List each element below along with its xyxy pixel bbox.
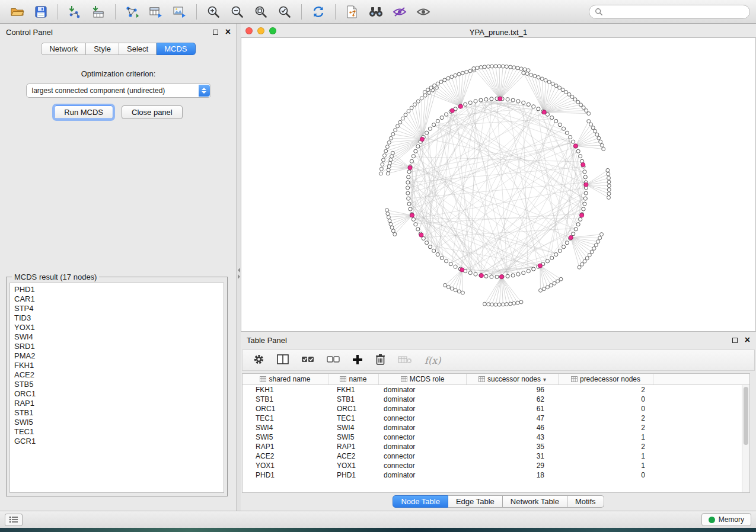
delete-table-button[interactable] (398, 355, 412, 366)
zoom-fit-button[interactable] (250, 3, 272, 21)
column-header-shared-name[interactable]: shared name (243, 374, 328, 384)
table-row[interactable]: STB1STB1dominator620 (243, 395, 749, 404)
tab-network[interactable]: Network (41, 43, 86, 55)
new-network-button[interactable] (121, 3, 143, 21)
table-row[interactable]: ACE2ACE2connector311 (243, 451, 749, 461)
image-export-icon (173, 5, 187, 18)
table-tab-motifs[interactable]: Motifs (567, 495, 604, 508)
show-columns-button[interactable] (277, 354, 289, 366)
column-header-predecessor-nodes[interactable]: predecessor nodes (559, 374, 653, 384)
close-panel-icon[interactable]: × (225, 29, 231, 35)
table-scrollbar[interactable] (742, 385, 749, 492)
import-network-button[interactable] (63, 3, 86, 21)
search-input[interactable] (607, 7, 744, 17)
mcds-result-list[interactable]: PHD1CAR1STP4TID3YOX1SWI4SRD1PMA2FKH1ACE2… (9, 283, 224, 493)
refresh-layout-button[interactable] (307, 3, 330, 21)
save-icon (35, 6, 47, 18)
tab-select[interactable]: Select (119, 43, 157, 55)
column-header-name[interactable]: name (328, 374, 379, 384)
control-panel-title: Control Panel (6, 28, 53, 37)
hide-selected-button[interactable] (388, 3, 411, 21)
mcds-node-item[interactable]: CAR1 (14, 294, 224, 304)
table-row[interactable]: TEC1TEC1connector472 (243, 414, 749, 423)
add-column-button[interactable] (352, 354, 363, 367)
zoom-in-button[interactable] (202, 3, 225, 21)
task-history-button[interactable] (5, 514, 23, 526)
table-settings-button[interactable] (253, 354, 264, 367)
function-builder-button[interactable]: f(x) (425, 355, 441, 366)
zoom-selected-button[interactable] (273, 3, 296, 21)
scrollbar-thumb[interactable] (744, 387, 748, 445)
mcds-node-item[interactable]: STP4 (14, 304, 224, 313)
export-image-button[interactable] (168, 3, 191, 21)
table-row[interactable]: SWI5SWI5connector431 (243, 432, 749, 442)
search-network-button[interactable] (365, 3, 387, 21)
table-row[interactable]: SWI4SWI4dominator462 (243, 423, 749, 432)
criterion-dropdown[interactable]: largest connected component (undirected) (26, 84, 211, 98)
show-all-button[interactable] (412, 3, 435, 21)
mcds-node-item[interactable]: STB5 (14, 380, 224, 389)
zoom-selected-icon (277, 5, 292, 19)
float-table-panel-icon[interactable] (732, 338, 738, 343)
mcds-node-item[interactable]: TID3 (14, 313, 224, 323)
delete-column-button[interactable] (375, 354, 385, 367)
mcds-node-item[interactable]: SRD1 (14, 342, 224, 351)
mcds-node-item[interactable]: YOX1 (14, 323, 224, 332)
network-canvas[interactable] (241, 37, 756, 332)
column-header-MCDS-role[interactable]: MCDS role (379, 374, 467, 384)
memory-status-icon (709, 517, 715, 523)
maximize-window-button[interactable] (269, 27, 276, 34)
mcds-node-item[interactable]: SWI4 (14, 332, 224, 342)
mcds-node-item[interactable]: ACE2 (14, 370, 224, 380)
table-row[interactable]: FKH1FKH1dominator962 (243, 385, 749, 395)
table-grid-icon (571, 376, 578, 382)
control-panel-header: Control Panel × (0, 24, 237, 40)
table-tab-node-table[interactable]: Node Table (393, 495, 448, 508)
mcds-node-item[interactable]: STB1 (14, 408, 224, 418)
mcds-node-item[interactable]: PHD1 (14, 285, 224, 294)
run-mcds-button[interactable]: Run MCDS (54, 105, 113, 119)
mcds-node-item[interactable]: RAP1 (14, 399, 224, 408)
save-session-button[interactable] (30, 3, 52, 21)
table-row[interactable]: PHD1PHD1dominator180 (243, 470, 749, 480)
import-table-button[interactable] (87, 3, 110, 21)
float-panel-icon[interactable] (213, 30, 218, 35)
search-icon (595, 8, 603, 16)
trash-icon (375, 354, 385, 365)
network-title-bar[interactable]: YPA_prune.txt_1 (241, 27, 756, 37)
plus-icon (352, 354, 363, 365)
node-table-header: shared namenameMCDS rolesuccessor nodes▾… (243, 374, 749, 385)
mcds-node-item[interactable]: ORC1 (14, 389, 224, 399)
memory-button[interactable]: Memory (701, 513, 751, 526)
column-header-successor-nodes[interactable]: successor nodes▾ (467, 374, 559, 384)
table-row[interactable]: ORC1ORC1dominator610 (243, 404, 749, 414)
mcds-node-item[interactable]: PMA2 (14, 351, 224, 361)
deselect-all-button[interactable] (327, 355, 340, 366)
mcds-node-item[interactable]: TEC1 (14, 427, 224, 437)
dropdown-stepper-icon (199, 85, 210, 97)
clone-network-button[interactable] (341, 3, 363, 21)
mcds-node-item[interactable]: GCR1 (14, 437, 224, 446)
mcds-node-item[interactable]: SWI5 (14, 418, 224, 427)
table-row[interactable]: YOX1YOX1connector291 (243, 461, 749, 470)
tab-mcds[interactable]: MCDS (157, 43, 195, 55)
close-window-button[interactable] (245, 27, 253, 34)
open-session-button[interactable] (6, 3, 28, 21)
table-panel: Table Panel × f(x) shared namenameMC (241, 332, 756, 511)
minimize-window-button[interactable] (257, 27, 264, 34)
network-share-icon (125, 5, 139, 18)
search-box[interactable] (589, 5, 750, 19)
export-table-button[interactable] (145, 3, 167, 21)
tab-style[interactable]: Style (86, 43, 119, 55)
close-panel-button[interactable]: Close panel (122, 105, 183, 119)
select-all-button[interactable] (301, 355, 314, 366)
mcds-node-item[interactable]: FKH1 (14, 361, 224, 370)
app-toolbar (0, 0, 756, 24)
close-table-panel-icon[interactable]: × (745, 337, 750, 343)
zoom-out-button[interactable] (226, 3, 248, 21)
table-row[interactable]: RAP1RAP1dominator352 (243, 442, 749, 451)
criterion-dropdown-value: largest connected component (undirected) (32, 86, 165, 95)
table-tab-network-table[interactable]: Network Table (503, 495, 567, 508)
table-tab-edge-table[interactable]: Edge Table (448, 495, 503, 508)
network-graph[interactable] (241, 38, 755, 331)
